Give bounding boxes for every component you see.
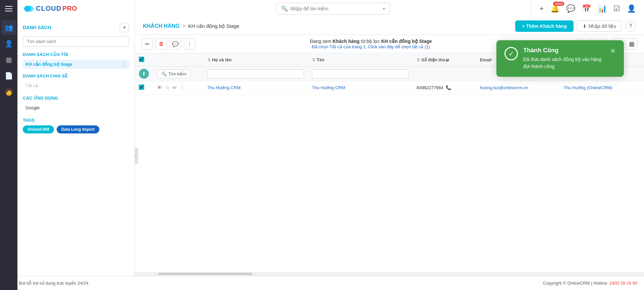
- sort-sdt-icon[interactable]: ⇅: [417, 58, 420, 62]
- hamburger-button[interactable]: [5, 6, 12, 11]
- tasks-icon[interactable]: ☑: [613, 4, 620, 13]
- sidebar-item-person[interactable]: 👤: [1, 36, 16, 51]
- horizontal-scrollbar[interactable]: [158, 273, 252, 275]
- apps-label: CÁC ỨNG DỤNG: [23, 96, 129, 101]
- sidebar-item-contact[interactable]: 🧑: [1, 84, 16, 99]
- cell-sdt: 84982277984 📞: [413, 81, 476, 95]
- header-sdt: ⇅ Số điện thoại: [413, 53, 476, 67]
- filter-info: Đang xem Khách hàng từ bộ lọc KH cần đồn…: [198, 39, 544, 49]
- search-dropdown-icon[interactable]: ▾: [383, 6, 385, 11]
- hotline-link[interactable]: 1900 29 29 90: [609, 281, 637, 286]
- search-trigger-button[interactable]: 🔍 Tìm kiếm: [157, 69, 191, 78]
- row-edit-icon[interactable]: ✏: [172, 84, 177, 91]
- delete-icon: 🗑: [159, 41, 164, 47]
- sidebar-item-grid[interactable]: ▦: [1, 52, 16, 67]
- sort-icon[interactable]: ⇅: [207, 58, 211, 62]
- toast-close-button[interactable]: ✕: [610, 47, 616, 55]
- row-star-icon[interactable]: ☆: [165, 84, 170, 91]
- cell-assigned[interactable]: Thu Hướng (OnlineCRM): [564, 85, 612, 90]
- svg-point-2: [26, 6, 31, 10]
- my-list-item[interactable]: KH cần đồng bộ Stage ⋮: [23, 60, 129, 69]
- search-ho-va-ten-input[interactable]: [207, 69, 304, 78]
- search-trigger-icon: 🔍: [161, 71, 167, 76]
- shared-list-item[interactable]: Tất cả...: [23, 81, 129, 90]
- shared-list-label: DANH SÁCH CHIA SẺ: [23, 73, 129, 78]
- help-button[interactable]: ?: [625, 21, 636, 32]
- row-checkbox[interactable]: [139, 84, 144, 90]
- sidebar-item-document[interactable]: 📄: [1, 68, 16, 83]
- header-ho-va-ten: ⇅ Họ và tên: [203, 53, 308, 67]
- select-all-link[interactable]: Đã chọn Tất cả của trang 1, Click vào đâ…: [312, 44, 430, 49]
- edit-icon: ✏: [145, 41, 150, 47]
- toast-title: Thành Công: [523, 47, 605, 54]
- delete-button[interactable]: 🗑: [156, 38, 167, 50]
- search-bar[interactable]: 🔍 ▾: [276, 3, 390, 15]
- notification-badge: 10000: [553, 2, 564, 6]
- more-icon: ⋮: [187, 41, 192, 47]
- search-upload-icon[interactable]: ⬆: [139, 69, 149, 79]
- breadcrumb-sub: KH cần đồng bộ Stage: [188, 23, 239, 29]
- my-list-label: DANH SÁCH CỦA TÔI: [23, 52, 129, 57]
- sidebar-item-group[interactable]: 👥: [1, 20, 16, 35]
- tag-onlinecrm[interactable]: OnlineCRM: [23, 125, 54, 133]
- bot-text: Bot hỗ trợ sử dụng trực tuyến 24/24: [19, 281, 89, 286]
- phone-icon[interactable]: 📞: [446, 85, 451, 90]
- collapse-panel-button[interactable]: ‹: [135, 148, 138, 164]
- success-toast: ✓ Thành Công Đã đưa danh sách đồng bộ và…: [496, 40, 624, 77]
- logo: CLOUDPRO: [23, 3, 77, 15]
- toast-check-icon: ✓: [504, 47, 518, 60]
- select-all-checkbox[interactable]: [139, 57, 144, 62]
- list-view-button[interactable]: ▦: [626, 38, 637, 50]
- danh-sach-title: DANH SÁCH: [23, 25, 51, 30]
- breadcrumb-main: KHÁCH HÀNG: [143, 23, 179, 29]
- cell-email[interactable]: huong.bui@onlinecrm.vn: [480, 85, 528, 90]
- row-view-icon[interactable]: 👁: [157, 85, 162, 91]
- row-more-icon[interactable]: ⋮: [179, 84, 185, 91]
- list-item-more-icon[interactable]: ⋮: [122, 62, 126, 67]
- analytics-icon[interactable]: 📊: [598, 4, 607, 13]
- add-customer-button[interactable]: + Thêm Khách hàng: [515, 20, 573, 32]
- import-data-button[interactable]: ⬇ Nhập dữ liệu: [577, 20, 622, 32]
- edit-button[interactable]: ✏: [142, 38, 153, 50]
- add-list-button[interactable]: +: [120, 23, 129, 32]
- comment-icon: 💬: [172, 41, 179, 47]
- add-icon[interactable]: +: [539, 4, 544, 13]
- tag-data-long-import[interactable]: Data Long Import: [57, 125, 99, 133]
- tags-label: TAGS: [23, 118, 129, 123]
- calendar-icon[interactable]: 📅: [582, 4, 591, 13]
- header-ten: ⇅ Tên: [308, 53, 413, 67]
- toast-message: Đã đưa danh sách đồng bộ vào hàng đợi th…: [523, 56, 605, 70]
- footer-copyright: Copyright © OnlineCRM | Hotline: 1900 29…: [543, 281, 637, 286]
- chat-icon[interactable]: 💬: [566, 4, 575, 13]
- search-input[interactable]: [290, 6, 380, 11]
- search-ten-input[interactable]: [312, 69, 409, 78]
- download-icon: ⬇: [583, 23, 587, 29]
- breadcrumb-separator: >: [182, 23, 185, 29]
- comment-button[interactable]: 💬: [170, 38, 181, 50]
- table-row: 👁 ☆ ✏ ⋮ Thu Hướng CRM Thu Hướng CRM 8498…: [135, 81, 644, 95]
- search-list-input[interactable]: [23, 36, 129, 47]
- app-google[interactable]: Google: [23, 103, 129, 112]
- notification-icon[interactable]: 🔔 10000: [550, 4, 559, 13]
- cell-ten[interactable]: Thu Hướng CRM: [312, 85, 345, 90]
- more-actions-button[interactable]: ⋮: [184, 38, 195, 50]
- profile-icon[interactable]: 👤: [627, 4, 636, 13]
- sort-ten-icon[interactable]: ⇅: [312, 58, 315, 62]
- cell-ho-va-ten[interactable]: Thu Hướng CRM: [207, 85, 240, 90]
- search-icon: 🔍: [281, 5, 288, 12]
